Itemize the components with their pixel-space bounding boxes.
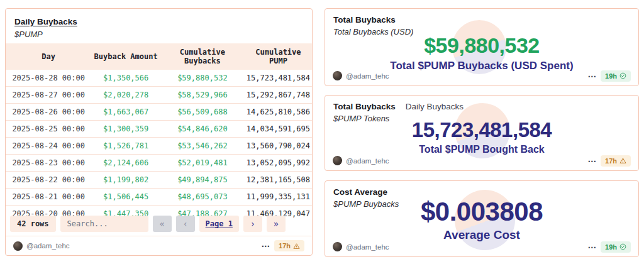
table-row: 2025-08-25 00:00$1,300,359$54,846,62014,… xyxy=(6,121,312,138)
data-age-label: 19h xyxy=(605,243,617,251)
data-age-label: 17h xyxy=(279,242,291,250)
table-cell: $1,506,445 xyxy=(91,189,160,206)
total-buybacks-pump-card: Total Buybacks Daily Buybacks $PUMP Toke… xyxy=(325,95,639,171)
column-header: Buyback Amount xyxy=(91,43,160,70)
author-avatar xyxy=(333,71,342,80)
page-indicator[interactable]: Page 1 xyxy=(199,216,239,232)
table-cell: 13,560,790,024 xyxy=(245,138,312,155)
table-cell: $1,350,566 xyxy=(91,70,160,87)
more-options-icon[interactable]: ⋯ xyxy=(588,158,597,164)
author-handle[interactable]: @adam_tehc xyxy=(26,242,70,250)
table-cell: $1,526,781 xyxy=(91,138,160,155)
card-caption: Total $PUMP Buybacks (USD Spent) xyxy=(325,60,638,72)
table-cell: $1,199,802 xyxy=(91,172,160,189)
table-cell: $1,300,359 xyxy=(91,121,160,138)
table-cell: 2025-08-26 00:00 xyxy=(6,104,91,121)
more-options-icon[interactable]: ⋯ xyxy=(588,244,597,250)
panel-subtitle: $PUMP xyxy=(14,30,303,39)
warning-triangle-icon xyxy=(293,243,300,250)
table-cell: 12,381,165,508 xyxy=(245,172,312,189)
table-cell: $2,020,278 xyxy=(91,87,160,104)
card-caption: Total $PUMP Bought Back xyxy=(325,144,638,155)
check-circle-icon xyxy=(619,243,626,250)
table-cell: 2025-08-23 00:00 xyxy=(6,155,91,172)
daily-buybacks-panel: Daily Buybacks $PUMP DayBuyback AmountCu… xyxy=(5,8,313,256)
author-handle[interactable]: @adam_tehc xyxy=(346,157,389,165)
card-title: Cost Average xyxy=(333,187,387,197)
panel-title: Daily Buybacks xyxy=(14,17,77,26)
first-page-button[interactable]: « xyxy=(153,216,172,232)
table-row: 2025-08-26 00:00$1,663,067$56,509,68814,… xyxy=(6,104,312,121)
total-usd-value: $59,880,532 xyxy=(325,34,638,57)
table-row: 2025-08-23 00:00$2,124,606$52,019,48113,… xyxy=(6,155,312,172)
table-cell: 14,625,810,586 xyxy=(245,104,312,121)
table-row: 2025-08-21 00:00$1,506,445$48,695,07311,… xyxy=(6,189,312,206)
table-cell: $49,894,875 xyxy=(160,172,245,189)
table-cell: 2025-08-21 00:00 xyxy=(6,189,91,206)
data-age-label: 19h xyxy=(605,72,617,80)
more-options-icon[interactable]: ⋯ xyxy=(588,73,597,79)
card-subtitle: $PUMP Buybacks xyxy=(333,199,399,209)
card-subtitle: $PUMP Tokens xyxy=(333,114,464,123)
table-cell: 2025-08-25 00:00 xyxy=(6,121,91,138)
table-cell: 15,292,867,748 xyxy=(245,87,312,104)
row-count-badge: 42 rows xyxy=(10,216,56,232)
table-row: 2025-08-22 00:00$1,199,802$49,894,87512,… xyxy=(6,172,312,189)
data-age-badge[interactable]: 19h xyxy=(601,241,631,253)
cost-average-card: Cost Average $PUMP Buybacks $0.003808 Av… xyxy=(325,180,639,257)
data-age-label: 17h xyxy=(605,157,617,165)
last-page-button[interactable]: » xyxy=(267,216,286,232)
table-cell: $1,663,067 xyxy=(91,104,160,121)
card-title-secondary[interactable]: Daily Buybacks xyxy=(406,102,464,111)
more-options-icon[interactable]: ⋯ xyxy=(262,243,271,249)
table-cell: $53,546,262 xyxy=(160,138,245,155)
table-cell: 2025-08-24 00:00 xyxy=(6,138,91,155)
table-cell: $58,529,966 xyxy=(160,87,245,104)
total-buybacks-usd-card: Total Buybacks Total Buybacks (USD) $59,… xyxy=(325,8,639,86)
table-row: 2025-08-27 00:00$2,020,278$58,529,96615,… xyxy=(6,87,312,104)
column-header: Cumulative Buybacks xyxy=(160,43,245,70)
author-handle[interactable]: @adam_tehc xyxy=(346,72,389,80)
table-row: 2025-08-28 00:00$1,350,566$59,880,53215,… xyxy=(6,70,312,87)
card-title: Total Buybacks xyxy=(333,15,396,25)
card-caption: Average Cost xyxy=(325,228,638,242)
author-avatar xyxy=(13,241,23,251)
table-controls: 42 rows « ‹ Page 1 › » xyxy=(10,216,286,232)
search-input[interactable] xyxy=(60,216,148,232)
table-cell: 11,999,335,131 xyxy=(245,189,312,206)
prev-page-button[interactable]: ‹ xyxy=(176,216,195,232)
table-cell: 13,052,095,992 xyxy=(245,155,312,172)
buybacks-table: DayBuyback AmountCumulative BuybacksCumu… xyxy=(6,43,312,219)
check-circle-icon xyxy=(619,72,626,79)
card-subtitle: Total Buybacks (USD) xyxy=(333,27,413,36)
table-body: 2025-08-28 00:00$1,350,566$59,880,53215,… xyxy=(6,70,312,219)
table-cell: 15,723,481,584 xyxy=(245,70,312,87)
author-handle[interactable]: @adam_tehc xyxy=(346,243,389,251)
author-avatar xyxy=(333,156,342,165)
next-page-button[interactable]: › xyxy=(243,216,262,232)
data-age-badge[interactable]: 17h xyxy=(274,240,304,251)
table-cell: $52,019,481 xyxy=(160,155,245,172)
table-cell: 2025-08-27 00:00 xyxy=(6,87,91,104)
column-header: Day xyxy=(6,43,91,70)
table-header-row: DayBuyback AmountCumulative BuybacksCumu… xyxy=(6,43,312,70)
table-cell: $59,880,532 xyxy=(160,70,245,87)
attribution-bar: @adam_tehc ⋯ 17h xyxy=(6,236,312,255)
card-title: Total Buybacks xyxy=(333,102,396,111)
table-cell: 2025-08-28 00:00 xyxy=(6,70,91,87)
warning-triangle-icon xyxy=(619,157,626,164)
table-cell: $2,124,606 xyxy=(91,155,160,172)
table-cell: $54,846,620 xyxy=(160,121,245,138)
data-age-badge[interactable]: 17h xyxy=(601,155,631,167)
table-cell: 2025-08-22 00:00 xyxy=(6,172,91,189)
column-header: Cumulative PUMP xyxy=(245,43,312,70)
buybacks-table-wrap: DayBuyback AmountCumulative BuybacksCumu… xyxy=(6,43,312,219)
panel-header: Daily Buybacks $PUMP xyxy=(6,9,312,41)
table-cell: $48,695,073 xyxy=(160,189,245,206)
table-cell: 14,034,591,695 xyxy=(245,121,312,138)
table-cell: $56,509,688 xyxy=(160,104,245,121)
author-avatar xyxy=(333,242,342,251)
table-row: 2025-08-24 00:00$1,526,781$53,546,26213,… xyxy=(6,138,312,155)
